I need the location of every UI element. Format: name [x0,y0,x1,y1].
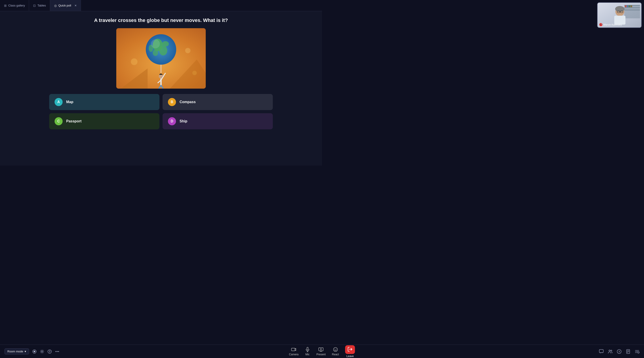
class-gallery-icon: ⊞ [4,4,7,8]
option-d-label: Ship [180,119,188,123]
svg-point-6 [153,50,158,56]
option-c-label: Passport [66,119,82,123]
badge-b: B [168,98,176,106]
tab-tables-label: Tables [37,4,46,7]
tables-icon: ⊡ [33,4,36,8]
svg-point-19 [192,71,197,75]
svg-point-7 [162,41,169,47]
option-d[interactable]: D Ship [162,113,273,129]
svg-point-5 [159,46,167,56]
svg-point-18 [185,48,190,53]
svg-point-17 [131,58,138,65]
main-content: A traveler crosses the globe but never m… [0,11,322,166]
svg-point-9 [151,39,160,48]
option-c[interactable]: C Passport [49,113,160,129]
option-a[interactable]: A Map [49,94,160,110]
badge-a: A [54,98,62,106]
tab-bar: ⊞ Class gallery ⊡ Tables ◎ Quick poll ✕ [0,0,322,11]
tab-quick-poll-label: Quick poll [58,4,71,7]
option-b-label: Compass [180,100,196,104]
badge-d: D [168,117,176,125]
quick-poll-icon: ◎ [54,4,57,8]
option-b[interactable]: B Compass [162,94,273,110]
options-grid: A Map B Compass C Passport D Ship [49,94,273,129]
quiz-image [116,28,206,89]
tab-class-gallery-label: Class gallery [8,4,25,7]
close-tab-button[interactable]: ✕ [74,4,77,7]
poll-question: A traveler crosses the globe but never m… [94,18,228,23]
tab-class-gallery[interactable]: ⊞ Class gallery [0,0,29,11]
option-a-label: Map [66,100,73,104]
tab-tables[interactable]: ⊡ Tables [29,0,50,11]
tab-quick-poll[interactable]: ◎ Quick poll ✕ [50,0,81,11]
badge-c: C [54,117,62,125]
